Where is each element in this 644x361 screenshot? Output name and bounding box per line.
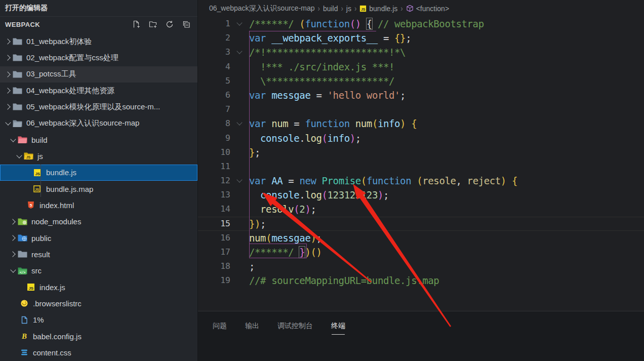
tree-item-05_webpack模块化原理以及source-m...[interactable]: 05_webpack模块化原理以及source-m... (0, 99, 197, 115)
new-folder-button[interactable] (147, 18, 159, 30)
code-line-4[interactable]: 4 !*** ./src/index.js ***! (198, 60, 644, 74)
code-line-13[interactable]: 13 console.log(123123123); (198, 188, 644, 202)
tree-item-label: .browserslistrc (33, 299, 82, 308)
tree-item-build[interactable]: build (0, 132, 197, 148)
code-line-9[interactable]: 9 console.log(info); (198, 131, 644, 145)
code-line-12[interactable]: 12var AA = new Promise(function (resole,… (198, 174, 644, 188)
tree-item-1%[interactable]: 1% (0, 312, 197, 328)
code-line-16[interactable]: 16num(messgae); (198, 231, 644, 245)
collapse-all-button[interactable] (180, 18, 192, 30)
folder-slate-icon (12, 86, 23, 95)
chevron-right-icon[interactable] (9, 252, 17, 256)
chevron-right-icon[interactable] (9, 236, 17, 240)
code-line-14[interactable]: 14 resolv(2); (198, 202, 644, 216)
chevron-right-icon[interactable] (4, 105, 12, 109)
code-line-11[interactable]: 11 (198, 159, 644, 174)
tree-item-src[interactable]: </>src (0, 263, 197, 279)
code-text: console.log(info); (249, 131, 361, 145)
line-number: 1 (198, 17, 230, 31)
tree-item-content.css[interactable]: content.css (0, 344, 197, 360)
svg-text:JS: JS (26, 156, 31, 159)
fold-gutter (230, 273, 249, 288)
line-number: 10 (198, 145, 230, 159)
chevron-right-icon[interactable] (9, 220, 17, 224)
tree-item-index.js[interactable]: JSindex.js (0, 279, 197, 295)
tree-item-06_webpack深入认识source-map[interactable]: 06_webpack深入认识source-map (0, 115, 197, 132)
code-text: /******/ })() (249, 245, 322, 259)
chevron-right-icon[interactable] (4, 56, 12, 60)
tree-item-label: index.js (39, 283, 65, 292)
breadcrumb-item-build[interactable]: build (323, 5, 338, 13)
code-line-2[interactable]: 2var __webpack_exports__ = {}; (198, 31, 644, 45)
fold-gutter (230, 188, 249, 202)
explorer-section-header[interactable]: WEBPACK (0, 17, 197, 32)
code-line-7[interactable]: 7 (198, 102, 644, 116)
code-line-5[interactable]: 5 \**********************/ (198, 74, 644, 88)
breadcrumb-label: build (323, 5, 338, 13)
tree-item-js[interactable]: JSjs (0, 148, 197, 164)
tree-item-bundle.js.map[interactable]: JSbundle.js.map (0, 181, 197, 197)
chevron-down-icon[interactable] (4, 122, 12, 125)
code-line-15[interactable]: 15}); (198, 217, 644, 231)
panel-tabs: 问题输出调试控制台终端 (198, 311, 644, 331)
tree-item-babel.config.js[interactable]: Bbabel.config.js (0, 328, 197, 344)
panel-tab-终端[interactable]: 终端 (331, 322, 345, 331)
panel-tab-输出[interactable]: 输出 (245, 322, 259, 331)
fold-chevron-icon[interactable] (230, 174, 249, 188)
code-line-3[interactable]: 3/*!**********************!*\ (198, 45, 644, 59)
tree-item-result[interactable]: result (0, 246, 197, 262)
tree-item-label: babel.config.js (33, 332, 82, 341)
chevron-down-icon[interactable] (9, 139, 17, 141)
code-line-19[interactable]: 19//# sourceMappingURL=bundle.js.map (198, 273, 644, 288)
explorer-actions (130, 18, 197, 30)
tree-item-label: public (31, 234, 51, 243)
open-editors-label: 打开的编辑器 (5, 4, 48, 13)
tree-item-02_webpack配置与css处理[interactable]: 02_webpack配置与css处理 (0, 50, 197, 66)
breadcrumb-item-bundle.js[interactable]: JSbundle.js (359, 5, 397, 13)
chevron-right-icon[interactable] (4, 39, 12, 44)
chevron-right-icon[interactable] (4, 72, 12, 76)
code-line-17[interactable]: 17/******/ })() (198, 245, 644, 259)
fold-chevron-icon[interactable] (230, 17, 249, 31)
fold-chevron-icon[interactable] (230, 45, 249, 59)
code-text: //# sourceMappingURL=bundle.js.map (249, 273, 439, 288)
folder-slate-icon (17, 250, 28, 259)
panel-tab-问题[interactable]: 问题 (213, 322, 227, 331)
fold-chevron-icon[interactable] (230, 116, 249, 131)
tree-item-.browserslistrc[interactable]: .browserslistrc (0, 295, 197, 311)
tree-item-04_webpack处理其他资源[interactable]: 04_webpack处理其他资源 (0, 83, 197, 99)
code-editor[interactable]: 1/******/ (function() { // webpackBootst… (198, 17, 644, 311)
editor-area: 06_webpack深入认识source-map›build›js›JSbund… (198, 0, 644, 361)
open-editors-header[interactable]: 打开的编辑器 (0, 0, 197, 17)
code-line-10[interactable]: 10}; (198, 145, 644, 159)
new-file-button[interactable] (130, 18, 142, 30)
tree-item-public[interactable]: public (0, 230, 197, 246)
code-line-8[interactable]: 8var num = function num(info) { (198, 116, 644, 131)
breadcrumb-item-js[interactable]: js (346, 5, 351, 13)
tree-item-label: 04_webpack处理其他资源 (26, 86, 114, 96)
chevron-right-icon[interactable] (4, 89, 12, 93)
breadcrumb-item-<function>[interactable]: <function> (406, 5, 449, 13)
chevron-down-icon[interactable] (15, 155, 23, 157)
code-text: var messgae = 'hello world'; (249, 88, 406, 102)
code-line-18[interactable]: 18; (198, 259, 644, 273)
code-line-6[interactable]: 6var messgae = 'hello world'; (198, 88, 644, 102)
fold-gutter (230, 31, 249, 45)
chevron-down-icon[interactable] (9, 269, 17, 272)
panel-tab-调试控制台[interactable]: 调试控制台 (277, 322, 313, 331)
code-line-1[interactable]: 1/******/ (function() { // webpackBootst… (198, 17, 644, 31)
breadcrumb-separator: › (318, 4, 320, 13)
refresh-button[interactable] (164, 18, 176, 30)
file-tree: 01_webpack初体验02_webpack配置与css处理03_potcss… (0, 33, 197, 361)
code-text: \**********************/ (249, 74, 394, 88)
terminal-output[interactable]: > t@1.0.0 build E:\webpack\06_webpack深入认… (213, 354, 521, 361)
tree-item-01_webpack初体验[interactable]: 01_webpack初体验 (0, 33, 197, 50)
breadcrumb-item-06_webpack深入认识source-map[interactable]: 06_webpack深入认识source-map (209, 4, 315, 13)
tree-item-bundle.js[interactable]: JSbundle.js (0, 165, 197, 181)
tree-item-03_potcss工具[interactable]: 03_potcss工具 (0, 66, 197, 83)
tree-item-node_modules[interactable]: node_modules (0, 214, 197, 230)
line-number: 8 (198, 116, 230, 131)
code-text: }); (249, 217, 266, 231)
tree-item-index.html[interactable]: 5index.html (0, 197, 197, 213)
js-icon: JS (25, 283, 36, 292)
